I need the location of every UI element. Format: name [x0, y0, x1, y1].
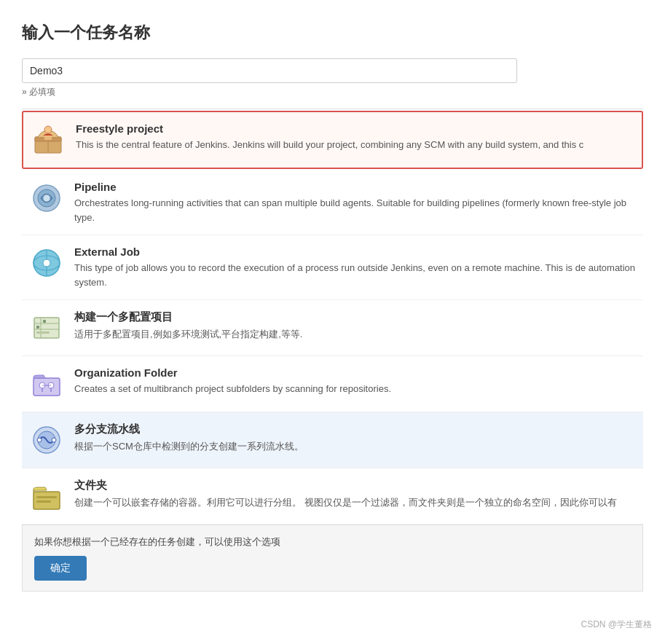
external-job-icon-container — [29, 246, 64, 280]
page-container: 输入一个任务名称 » 必填项 — [0, 0, 665, 644]
project-item-pipeline[interactable]: Pipeline Orchestrates long-running activ… — [22, 170, 643, 235]
watermark: CSDN @学生董格 — [581, 619, 652, 631]
folder-name: 文件夹 — [74, 479, 636, 492]
org-folder-desc: Creates a set of multibranch project sub… — [74, 382, 636, 396]
svg-rect-19 — [34, 378, 60, 396]
pipeline-desc: Orchestrates long-running activities tha… — [74, 196, 636, 224]
freestyle-desc: This is the central feature of Jenkins. … — [76, 138, 634, 152]
page-title: 输入一个任务名称 — [22, 22, 643, 44]
external-job-desc: This type of job allows you to record th… — [74, 261, 636, 289]
multibranch-icon-container — [29, 423, 64, 458]
multibranch-desc: 根据一个SCM仓库中检测到的分支创建一系列流水线。 — [74, 439, 636, 454]
project-item-multi-config[interactable]: 构建一个多配置项目 适用于多配置项目,例如多环境测试,平台指定构建,等等. — [22, 300, 643, 356]
multibranch-icon — [31, 424, 63, 456]
project-item-multibranch[interactable]: 多分支流水线 根据一个SCM仓库中检测到的分支创建一系列流水线。 — [22, 412, 643, 468]
svg-point-7 — [43, 195, 50, 202]
required-hint: » 必填项 — [22, 86, 643, 98]
project-item-external-job[interactable]: External Job This type of job allows you… — [22, 235, 643, 300]
required-prefix: » — [22, 87, 27, 97]
project-item-org-folder[interactable]: Organization Folder Creates a set of mul… — [22, 356, 643, 412]
project-item-folder[interactable]: 文件夹 创建一个可以嵌套存储的容器。利用它可以进行分组。 视图仅仅是一个过滤器，… — [22, 468, 643, 525]
pipeline-icon — [31, 182, 63, 214]
multi-config-name: 构建一个多配置项目 — [74, 310, 636, 324]
freestyle-icon — [32, 124, 64, 156]
multi-config-desc: 适用于多配置项目,例如多环境测试,平台指定构建,等等. — [74, 327, 636, 342]
footer-text: 如果你想根据一个已经存在的任务创建，可以使用这个选项 — [34, 535, 631, 549]
external-job-name: External Job — [74, 246, 636, 258]
external-job-icon — [31, 247, 63, 279]
org-folder-info: Organization Folder Creates a set of mul… — [74, 366, 636, 396]
svg-rect-31 — [36, 500, 51, 503]
freestyle-name: Freestyle project — [76, 122, 634, 135]
required-text: 必填项 — [27, 87, 55, 97]
section-divider — [22, 109, 643, 109]
multi-config-info: 构建一个多配置项目 适用于多配置项目,例如多环境测试,平台指定构建,等等. — [74, 310, 636, 342]
svg-rect-30 — [36, 496, 57, 498]
svg-rect-17 — [43, 320, 46, 323]
project-item-freestyle[interactable]: Freestyle project This is the central fe… — [22, 111, 643, 169]
freestyle-icon-container — [31, 122, 66, 157]
project-list: Freestyle project This is the central fe… — [22, 111, 643, 525]
svg-point-4 — [44, 126, 52, 133]
folder-icon-container — [29, 479, 64, 514]
task-name-input[interactable] — [22, 58, 517, 83]
footer-section: 如果你想根据一个已经存在的任务创建，可以使用这个选项 确定 — [22, 525, 643, 592]
pipeline-name: Pipeline — [74, 181, 636, 193]
input-section: » 必填项 — [22, 58, 643, 98]
multibranch-name: 多分支流水线 — [74, 423, 636, 436]
pipeline-icon-container — [29, 181, 64, 216]
svg-point-11 — [43, 259, 50, 267]
external-job-info: External Job This type of job allows you… — [74, 246, 636, 289]
svg-point-27 — [37, 438, 42, 442]
folder-info: 文件夹 创建一个可以嵌套存储的容器。利用它可以进行分组。 视图仅仅是一个过滤器，… — [74, 479, 636, 510]
svg-rect-18 — [36, 331, 50, 334]
multi-config-icon — [31, 312, 63, 344]
multibranch-info: 多分支流水线 根据一个SCM仓库中检测到的分支创建一系列流水线。 — [74, 423, 636, 454]
svg-rect-16 — [36, 326, 39, 329]
svg-point-28 — [52, 438, 56, 442]
org-folder-name: Organization Folder — [74, 366, 636, 379]
org-folder-icon — [31, 368, 63, 400]
confirm-button[interactable]: 确定 — [34, 556, 87, 581]
pipeline-info: Pipeline Orchestrates long-running activ… — [74, 181, 636, 224]
folder-desc: 创建一个可以嵌套存储的容器。利用它可以进行分组。 视图仅仅是一个过滤器，而文件夹… — [74, 495, 636, 510]
org-folder-icon-container — [29, 366, 64, 401]
folder-icon — [31, 480, 63, 512]
multi-config-icon-container — [29, 310, 64, 345]
freestyle-info: Freestyle project This is the central fe… — [76, 122, 634, 152]
